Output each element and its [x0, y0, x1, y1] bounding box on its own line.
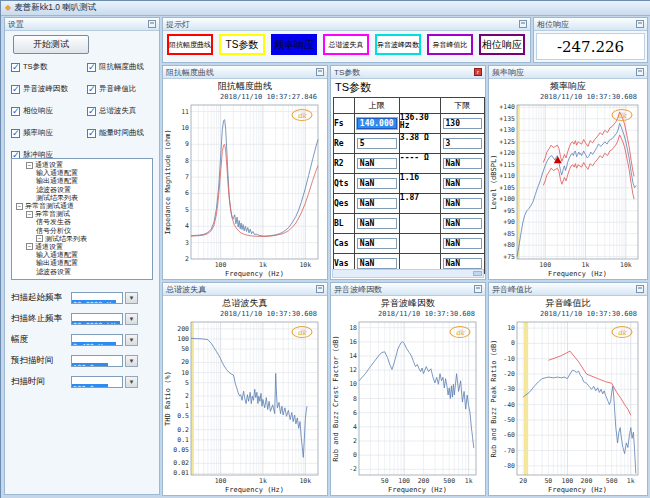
ts-lower-limit-header: 下限 — [440, 98, 484, 114]
ts-upper-input[interactable]: NaN — [357, 178, 397, 189]
combo-dropdown-button[interactable]: ▼ — [125, 334, 138, 346]
tree-item[interactable]: −异常音测试通道 — [12, 202, 152, 210]
checkbox[interactable] — [11, 63, 20, 72]
tree-item[interactable]: −通道设置 — [12, 243, 152, 251]
freq-response-panel-title: 频率响应 — [492, 67, 524, 78]
combo-dropdown-button[interactable]: ▼ — [125, 292, 138, 304]
svg-text:20: 20 — [181, 358, 189, 366]
combo-value[interactable]: 100.0 ms — [71, 355, 123, 367]
horizontal-scrollbar[interactable] — [332, 269, 484, 278]
window-titlebar[interactable]: ◆ 麦普新kk1.0 喇叭测试 — [1, 1, 650, 16]
ts-lower-input[interactable]: NaN — [443, 218, 482, 229]
rub-buzz-peak-panel: 异音峰值比 异音峰值比 2018/11/10 10:37:30.608 2050… — [488, 282, 648, 496]
combo-dropdown-button[interactable]: ▼ — [125, 355, 138, 367]
option-checkbox-item: TS参数 — [11, 61, 87, 73]
ts-param-name: Qts — [334, 174, 355, 194]
start-test-button[interactable]: 开始测试 — [13, 35, 89, 54]
field-label: 扫描起始频率 — [11, 292, 71, 304]
checkbox[interactable] — [87, 107, 96, 116]
maximize-icon[interactable] — [636, 68, 644, 76]
svg-text:4: 4 — [353, 423, 357, 431]
form-field-row: 扫描终止频率20.0000 kHz▼ — [11, 308, 157, 329]
svg-text:50: 50 — [381, 477, 389, 485]
form-field-row: 幅度3.400 Vrms▼ — [11, 329, 157, 350]
tree-item[interactable]: −异常音测试 — [12, 210, 152, 218]
combo-dropdown-button[interactable]: ▼ — [125, 313, 138, 325]
tree-item[interactable]: 输出通道配置 — [12, 259, 152, 267]
combo-selected-text: 500.0 ms — [72, 384, 108, 388]
tree-collapse-icon[interactable]: − — [16, 203, 23, 210]
tree-item[interactable]: 输入通道配置 — [12, 251, 152, 259]
scrollbar-thumb[interactable] — [473, 271, 482, 276]
close-icon[interactable] — [474, 68, 482, 76]
indicator-light: 相位响应 — [479, 34, 525, 55]
ts-upper-input[interactable]: NaN — [357, 258, 397, 269]
svg-text:+125: +125 — [499, 138, 515, 146]
combo-value[interactable]: 500.0 ms — [71, 376, 123, 388]
combo-value[interactable]: 3.400 Vrms — [71, 334, 123, 346]
svg-text:500: 500 — [443, 477, 455, 485]
svg-text:0: 0 — [353, 451, 357, 459]
maximize-icon[interactable] — [316, 68, 324, 76]
svg-text:6: 6 — [353, 409, 357, 417]
svg-text:12: 12 — [349, 366, 357, 374]
maximize-icon[interactable] — [519, 20, 527, 28]
svg-text:100: 100 — [539, 261, 551, 269]
checkbox[interactable] — [87, 63, 96, 72]
ts-lower-input[interactable]: 130 — [443, 118, 482, 129]
svg-text:+120: +120 — [499, 149, 515, 157]
ts-lower-input[interactable]: 3 — [443, 138, 482, 149]
checkbox[interactable] — [87, 129, 96, 138]
tree-collapse-icon[interactable]: − — [26, 211, 33, 218]
ts-upper-input[interactable]: NaN — [357, 158, 397, 169]
maximize-icon[interactable] — [148, 20, 156, 28]
tree-item[interactable]: −通道设置 — [12, 161, 152, 169]
crest-panel-title: 异音波峰因数 — [334, 284, 382, 295]
impedance-panel: 阻抗幅度曲线 阻抗幅度曲线 2018/11/10 10:37:27.846 10… — [162, 65, 328, 280]
ts-upper-input[interactable]: NaN — [357, 198, 397, 209]
tree-item[interactable]: 输入通道配置 — [12, 169, 152, 177]
maximize-icon[interactable] — [636, 20, 644, 28]
ts-upper-input[interactable]: NaN — [357, 238, 397, 249]
ts-lower-input[interactable]: NaN — [443, 178, 482, 189]
combo-value[interactable]: 20.0000 kHz — [71, 313, 123, 325]
svg-text:1: 1 — [185, 402, 189, 410]
tree-collapse-icon[interactable]: − — [26, 243, 33, 250]
combo-box: 20.0000 kHz▼ — [71, 313, 138, 325]
ts-upper-input[interactable]: 5 — [357, 138, 397, 149]
checkbox[interactable] — [11, 85, 20, 94]
combo-value[interactable]: 20.0000 Hz — [71, 292, 123, 304]
tree-item[interactable]: 信号发生器 — [12, 218, 152, 226]
tree-collapse-icon[interactable]: − — [26, 162, 33, 169]
ts-heading: TS参数 — [331, 79, 485, 97]
svg-text:5: 5 — [185, 206, 189, 214]
combo-dropdown-button[interactable]: ▼ — [125, 376, 138, 388]
ts-panel-body: TS参数 上限下限Fs140.000136.30 Hz130Re53.38 Ω3… — [331, 79, 485, 279]
checkbox[interactable] — [11, 129, 20, 138]
ts-table-row: QesNaN1.87NaN — [334, 194, 485, 214]
maximize-icon[interactable] — [316, 285, 324, 293]
chart-datetime: 2018/11/10 10:37:30.608 — [163, 310, 327, 318]
maximize-icon[interactable] — [474, 285, 482, 293]
tree-item[interactable]: 滤波器设置 — [12, 186, 152, 194]
main-area: 设置 开始测试 TS参数阻抗幅度曲线异音波峰因数异音峰值比相位响应总谐波失真频率… — [1, 16, 650, 498]
tree-item[interactable]: 输出通道配置 — [12, 177, 152, 185]
ts-upper-input[interactable]: 140.000 — [357, 118, 397, 129]
checkbox[interactable] — [11, 107, 20, 116]
ts-measured-value — [399, 214, 440, 234]
svg-text:+105: +105 — [499, 184, 515, 192]
ts-param-name: BL — [334, 214, 355, 234]
tree-item[interactable]: −测试结果列表 — [12, 235, 152, 243]
chart-title: 异音波峰因数 — [331, 296, 485, 310]
maximize-icon[interactable] — [636, 285, 644, 293]
ts-lower-input[interactable]: NaN — [443, 238, 482, 249]
ts-lower-input[interactable]: NaN — [443, 158, 482, 169]
ts-lower-input[interactable]: NaN — [443, 198, 482, 209]
combo-selected-text: 20.0000 Hz — [72, 300, 116, 304]
ts-upper-input[interactable]: NaN — [357, 218, 397, 229]
svg-text:8: 8 — [353, 395, 357, 403]
x-axis-label: Frequency (Hz) — [225, 270, 284, 278]
ts-lower-input[interactable]: NaN — [443, 258, 482, 269]
tree-item[interactable]: 滤波器设置 — [12, 267, 152, 275]
checkbox[interactable] — [87, 85, 96, 94]
